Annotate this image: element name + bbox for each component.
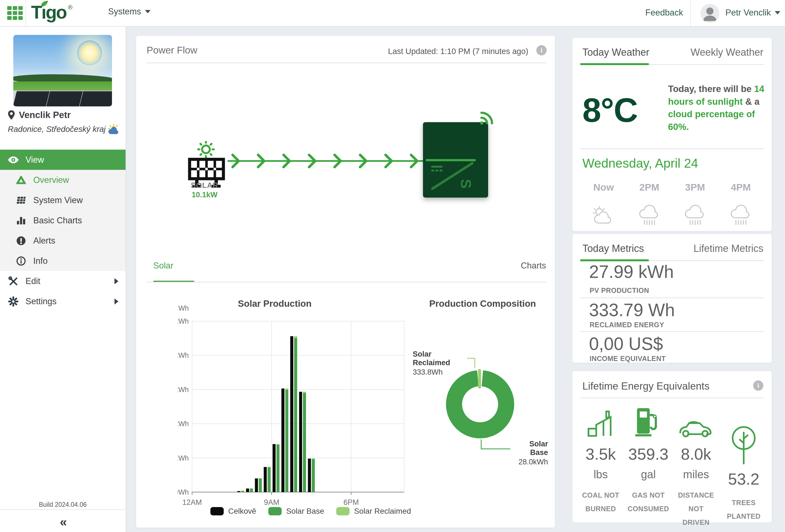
- bar-total[interactable]: [299, 392, 302, 492]
- chart-legend: CelkověSolar BaseSolar Reclaimed: [192, 507, 430, 516]
- tigo-dashboard: Tıgo® Systems Feedback Petr Venclik Venc: [0, 0, 785, 532]
- info-icon[interactable]: i: [536, 45, 547, 55]
- sidebar-menu: View Overview System View: [0, 150, 126, 312]
- bar-solar-base[interactable]: [312, 459, 315, 492]
- donut-chart-title: Production Composition: [413, 298, 552, 309]
- bar-solar-reclaimed[interactable]: [303, 392, 306, 393]
- bar-solar-reclaimed[interactable]: [250, 488, 253, 489]
- sidebar-item-system-view[interactable]: System View: [0, 190, 126, 210]
- bar-solar-base[interactable]: [268, 468, 271, 492]
- svg-text:S: S: [458, 179, 474, 189]
- bar-solar-base[interactable]: [276, 445, 279, 492]
- site-name: Venclik Petr: [19, 110, 71, 120]
- bar-solar-reclaimed[interactable]: [268, 467, 271, 468]
- site-location: Radonice, Středočeský kraj: [8, 125, 106, 134]
- tigo-logo[interactable]: Tıgo®: [31, 2, 71, 23]
- divider: [0, 509, 126, 510]
- bar-solar-base[interactable]: [285, 390, 288, 492]
- collapse-sidebar-button[interactable]: «: [0, 514, 126, 529]
- bar-solar-reclaimed[interactable]: [285, 389, 288, 390]
- bar-solar-reclaimed[interactable]: [276, 444, 279, 445]
- partly-cloudy-icon: [591, 202, 616, 228]
- chevron-down-icon: [775, 11, 780, 15]
- bar-solar-base[interactable]: [241, 491, 244, 492]
- systems-dropdown[interactable]: Systems: [108, 7, 151, 17]
- bar-total[interactable]: [308, 458, 311, 492]
- bar-solar-base[interactable]: [303, 393, 306, 492]
- divider: [147, 282, 547, 282]
- bar-total[interactable]: [255, 479, 258, 492]
- avatar[interactable]: [701, 4, 719, 23]
- sidebar-item-settings[interactable]: Settings: [0, 291, 126, 312]
- bar-solar-reclaimed[interactable]: [259, 478, 262, 479]
- gas-pump-icon: [633, 404, 664, 438]
- tree-icon: [729, 404, 758, 466]
- bar-total[interactable]: [273, 444, 276, 492]
- svg-text:6.0kWh: 6.0kWh: [178, 386, 189, 394]
- weather-panel: Today Weather Weekly Weather 8°C Today, …: [572, 37, 772, 231]
- rain-cloud-icon: [684, 202, 706, 228]
- tab-charts[interactable]: Charts: [521, 261, 546, 271]
- svg-text:12AM: 12AM: [182, 498, 202, 506]
- bar-total[interactable]: [290, 336, 293, 492]
- inverter-box[interactable]: S: [423, 122, 488, 197]
- feedback-link[interactable]: Feedback: [645, 8, 683, 18]
- svg-text:8.0kWh: 8.0kWh: [178, 351, 189, 359]
- apps-grid-icon[interactable]: [7, 6, 25, 21]
- legend-item[interactable]: Solar Reclaimed: [336, 507, 411, 516]
- production-composition-chart[interactable]: Solar Reclaimed 333.8Wh Solar Base 28.0k…: [413, 348, 549, 465]
- bar-solar-reclaimed[interactable]: [312, 458, 315, 459]
- tab-today-weather[interactable]: Today Weather: [582, 47, 649, 58]
- user-menu[interactable]: Petr Venclik: [726, 8, 780, 18]
- svg-text:6PM: 6PM: [344, 498, 359, 506]
- legend-item[interactable]: Celkově: [210, 507, 256, 516]
- bar-solar-reclaimed[interactable]: [294, 336, 297, 338]
- legend-swatch: [268, 507, 282, 515]
- bar-total[interactable]: [263, 467, 267, 492]
- tab-lifetime-metrics[interactable]: Lifetime Metrics: [693, 243, 763, 255]
- last-updated: Last Updated: 1:10 PM (7 minutes ago): [388, 47, 528, 56]
- metric-income-label: INCOME EQUIVALENT: [589, 355, 666, 363]
- bar-solar-base[interactable]: [259, 479, 262, 492]
- weather-date: Wednesday, April 24: [582, 156, 698, 171]
- coal-plant-icon: [586, 404, 615, 438]
- divider: [580, 149, 764, 149]
- svg-text:4.0kWh: 4.0kWh: [178, 420, 189, 428]
- svg-text:2.0kWh: 2.0kWh: [178, 454, 189, 462]
- sidebar-item-view[interactable]: View: [0, 150, 126, 170]
- weather-summary: Today, there will be 14 hours of sunligh…: [668, 83, 765, 133]
- location-pin-icon: [8, 110, 15, 120]
- leaf-icon: [40, 0, 49, 7]
- bar-total[interactable]: [237, 491, 240, 492]
- divider: [580, 398, 764, 398]
- top-header: Tıgo® Systems Feedback Petr Venclik: [0, 0, 785, 27]
- bar-solar-reclaimed[interactable]: [241, 490, 244, 491]
- tab-today-metrics[interactable]: Today Metrics: [582, 243, 644, 255]
- bar-total[interactable]: [246, 488, 249, 492]
- bar-chart-icon: [16, 216, 27, 225]
- equivalent-coal: 3.5k lbs COAL NOTBURNED: [577, 404, 625, 529]
- wifi-icon: [479, 109, 495, 126]
- tab-solar[interactable]: Solar: [153, 261, 173, 271]
- legend-swatch: [336, 507, 350, 515]
- bar-solar-base[interactable]: [294, 338, 297, 492]
- tab-weekly-weather[interactable]: Weekly Weather: [690, 47, 763, 58]
- metric-pv-production-label: PV PRODUCTION: [589, 287, 649, 295]
- bar-total[interactable]: [281, 389, 284, 492]
- sidebar-item-edit[interactable]: Edit: [0, 271, 126, 291]
- rain-cloud-icon: [730, 202, 752, 228]
- legend-item[interactable]: Solar Base: [268, 507, 324, 516]
- equivalents-row: 3.5k lbs COAL NOTBURNED 359.3 gal GAS NO…: [577, 404, 768, 529]
- equivalent-distance: 8.0k miles DISTANCE NOTDRIVEN: [672, 404, 720, 529]
- chevron-right-icon: [115, 298, 118, 304]
- info-icon[interactable]: i: [753, 380, 763, 391]
- header-divider: [690, 0, 691, 27]
- rain-cloud-icon: [638, 202, 661, 228]
- power-flow-arrows: [228, 153, 427, 169]
- sidebar-item-info[interactable]: Info: [0, 251, 126, 271]
- sidebar-item-overview[interactable]: Overview: [0, 170, 126, 190]
- solar-production-chart[interactable]: 0.0Wh2.0kWh4.0kWh6.0kWh8.0kWh10.0kWhWh12…: [178, 305, 408, 511]
- bar-solar-base[interactable]: [250, 489, 253, 492]
- sidebar-item-alerts[interactable]: Alerts: [0, 231, 126, 251]
- sidebar-item-basic-charts[interactable]: Basic Charts: [0, 210, 126, 231]
